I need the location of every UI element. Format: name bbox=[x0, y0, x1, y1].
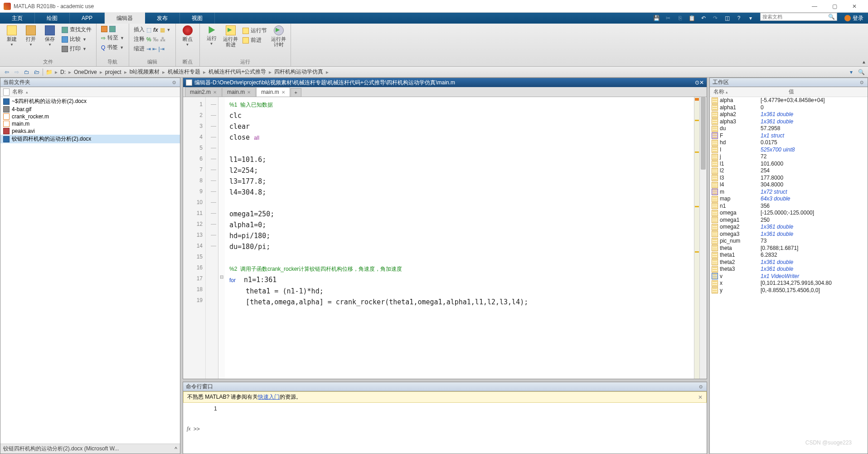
new-tab-button[interactable]: + bbox=[291, 88, 301, 97]
workspace-var[interactable]: I525x700 uint8 bbox=[710, 146, 868, 154]
breadcrumb-3[interactable]: b站视频素材 bbox=[129, 68, 161, 76]
browse-folder-icon[interactable]: 🗁 bbox=[33, 68, 41, 76]
indent-button[interactable]: 缩进 ⇥ ⇤ |⇥ bbox=[132, 44, 173, 53]
breadcrumb-0[interactable]: D: bbox=[59, 69, 67, 75]
file-item[interactable]: main.m bbox=[0, 120, 180, 127]
editor-tab[interactable]: main2.m✕ bbox=[185, 87, 222, 97]
file-item[interactable]: crank_rocker.m bbox=[0, 113, 180, 120]
command-prompt[interactable]: fx>> bbox=[187, 425, 703, 432]
workspace-var[interactable]: omega[-125.0000;-125.0000] bbox=[710, 210, 868, 217]
panel-menu-icon[interactable]: ⊙ bbox=[171, 79, 177, 86]
folder-header[interactable]: 名称 ▴ bbox=[0, 87, 180, 97]
tab-plot[interactable]: 绘图 bbox=[35, 13, 70, 24]
run-button[interactable]: 运行▼ bbox=[203, 24, 221, 59]
comment-button[interactable]: 注释 % ‰ ⁂ bbox=[132, 35, 173, 44]
breakpoint-gutter[interactable] bbox=[206, 97, 218, 379]
doc-search[interactable]: 🔍 bbox=[760, 13, 837, 21]
status-expand-icon[interactable]: ^ bbox=[175, 446, 177, 452]
save-button[interactable]: 保存▼ bbox=[41, 24, 59, 59]
file-item[interactable]: ~$四杆机构的运动分析(2).docx bbox=[0, 97, 180, 106]
file-item[interactable]: 铰链四杆机构的运动分析(2).docx bbox=[0, 135, 180, 143]
workspace-var[interactable]: omega21x361 double bbox=[710, 224, 868, 231]
ws-col-name[interactable]: 名称 ▴ bbox=[713, 88, 789, 96]
editor-scrollbar[interactable] bbox=[699, 97, 707, 379]
workspace-var[interactable]: l4304.8000 bbox=[710, 181, 868, 189]
tab-publish[interactable]: 发布 bbox=[145, 13, 180, 24]
new-button[interactable]: 新建▼ bbox=[3, 24, 21, 59]
forward-button[interactable]: ⇨ bbox=[13, 68, 21, 76]
paste-icon[interactable]: 📋 bbox=[688, 14, 696, 22]
workspace-var[interactable]: alpha10 bbox=[710, 104, 868, 112]
breakpoint-button[interactable]: 断点▼ bbox=[179, 24, 197, 59]
breadcrumb-4[interactable]: 机械连杆专题 bbox=[167, 68, 201, 76]
workspace-var[interactable]: n1356 bbox=[710, 203, 868, 210]
folder-icon[interactable]: 📁 bbox=[45, 68, 53, 76]
minimize-button[interactable]: — bbox=[805, 1, 824, 12]
search-icon[interactable]: 🔍 bbox=[828, 14, 835, 20]
goto-sub-button[interactable]: ⇨ 转至 ▼ bbox=[99, 34, 126, 42]
breadcrumb-2[interactable]: project bbox=[104, 69, 122, 75]
tab-app[interactable]: APP bbox=[70, 13, 105, 24]
close-button[interactable]: ✕ bbox=[844, 1, 864, 12]
workspace-var[interactable]: v1x1 VideoWriter bbox=[710, 273, 868, 280]
maximize-button[interactable]: ▢ bbox=[824, 1, 844, 12]
tab-view[interactable]: 视图 bbox=[180, 13, 215, 24]
run-time-button[interactable]: 运行并 计时 bbox=[270, 24, 288, 59]
search-path-icon[interactable]: 🔍 bbox=[857, 68, 865, 76]
code-area[interactable]: %1 输入已知数据 clc clear close all l1=101.6; … bbox=[225, 97, 694, 379]
redo-icon[interactable]: ↷ bbox=[711, 14, 719, 22]
print-button[interactable]: 打印 ▼ bbox=[60, 44, 93, 53]
workspace-var[interactable]: F1x1 struct bbox=[710, 132, 868, 140]
breadcrumb-6[interactable]: 四杆机构运动学仿真 bbox=[273, 68, 324, 76]
insert-button[interactable]: 插入 ⬚ fx ▦ ▼ bbox=[132, 25, 173, 34]
workspace-var[interactable]: omega1250 bbox=[710, 217, 868, 224]
help-icon[interactable]: ? bbox=[735, 14, 743, 22]
bookmark-button[interactable]: Q 书签 ▼ bbox=[99, 43, 126, 52]
quick-dropdown-icon[interactable]: ▾ bbox=[747, 14, 755, 22]
breadcrumb-1[interactable]: OneDrive bbox=[73, 69, 98, 75]
workspace-var[interactable]: j72 bbox=[710, 153, 868, 161]
workspace-var[interactable]: theta31x361 double bbox=[710, 266, 868, 273]
run-section-button[interactable]: 运行节 bbox=[241, 26, 269, 35]
workspace-var[interactable]: du57.2958 bbox=[710, 125, 868, 132]
goto-button[interactable] bbox=[99, 25, 126, 33]
open-button[interactable]: 打开▼ bbox=[22, 24, 40, 59]
workspace-var[interactable]: m1x72 struct bbox=[710, 189, 868, 196]
ws-menu-icon[interactable]: ⊙ bbox=[858, 79, 865, 86]
workspace-var[interactable]: y[0,-8.8550,175.4506,0,0] bbox=[710, 287, 868, 294]
workspace-var[interactable]: alpha[-5.4779e+03;4.8458e+04] bbox=[710, 97, 868, 104]
editor-close-icon[interactable]: ✕ bbox=[699, 79, 704, 86]
file-item[interactable]: 4-bar.gif bbox=[0, 106, 180, 113]
save-icon[interactable]: 💾 bbox=[652, 14, 660, 22]
back-button[interactable]: ⇦ bbox=[3, 68, 11, 76]
login-button[interactable]: 登录 bbox=[840, 13, 868, 24]
workspace-var[interactable]: l1101.6000 bbox=[710, 161, 868, 168]
workspace-var[interactable]: alpha31x361 double bbox=[710, 118, 868, 126]
workspace-var[interactable]: theta[0.7688;1.6871] bbox=[710, 245, 868, 252]
workspace-var[interactable]: l2254 bbox=[710, 167, 868, 175]
editor-menu-icon[interactable]: ⊙ bbox=[695, 79, 699, 86]
collapse-toolstrip-icon[interactable]: ▲ bbox=[862, 59, 866, 64]
find-files-button[interactable]: 查找文件 bbox=[60, 25, 93, 34]
ws-col-value[interactable]: 值 bbox=[789, 88, 864, 96]
undo-icon[interactable]: ↶ bbox=[699, 14, 708, 22]
tab-close-icon[interactable]: ✕ bbox=[247, 90, 251, 95]
switch-window-icon[interactable]: ◫ bbox=[723, 14, 731, 22]
up-folder-icon[interactable]: 🗀 bbox=[23, 68, 31, 76]
copy-icon[interactable]: ⎘ bbox=[676, 14, 684, 22]
workspace-var[interactable]: map64x3 double bbox=[710, 195, 868, 203]
banner-close-icon[interactable]: ✕ bbox=[698, 394, 703, 400]
workspace-var[interactable]: omega31x361 double bbox=[710, 231, 868, 238]
workspace-var[interactable]: hd0.0175 bbox=[710, 139, 868, 146]
code-marker-bar[interactable] bbox=[694, 97, 699, 379]
workspace-var[interactable]: l3177.8000 bbox=[710, 175, 868, 182]
editor-tab[interactable]: main.m✕ bbox=[256, 87, 290, 97]
path-dropdown-icon[interactable]: ▾ bbox=[847, 68, 855, 76]
tab-editor[interactable]: 编辑器 bbox=[105, 12, 145, 24]
tab-home[interactable]: 主页 bbox=[0, 13, 35, 24]
fx-icon[interactable]: fx bbox=[187, 425, 191, 432]
command-window-body[interactable]: 不熟悉 MATLAB? 请参阅有关快速入门的资源。 ✕ 1 fx>> bbox=[183, 391, 707, 434]
run-advance-button[interactable]: 运行并 前进 bbox=[222, 24, 240, 59]
workspace-var[interactable]: alpha21x361 double bbox=[710, 111, 868, 118]
cmd-menu-icon[interactable]: ⊙ bbox=[698, 384, 704, 390]
